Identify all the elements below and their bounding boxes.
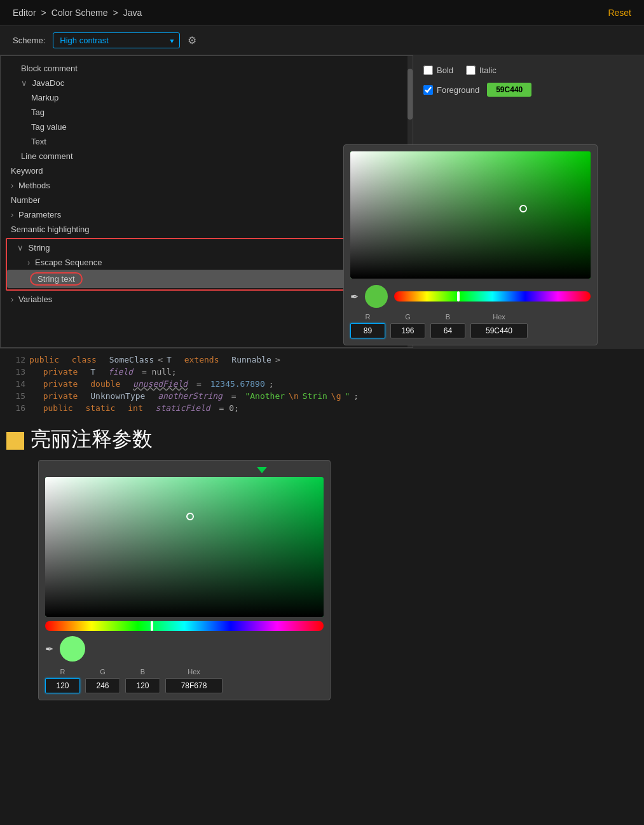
line-num-16: 16 bbox=[10, 403, 25, 413]
tree-item-block-comment[interactable]: Block comment bbox=[1, 61, 413, 76]
hue-bar-bottom[interactable] bbox=[45, 621, 324, 631]
breadcrumb-sep1: > bbox=[41, 8, 46, 18]
hue-thumb-top bbox=[457, 291, 460, 302]
r-col-bottom: R bbox=[45, 668, 80, 693]
color-preview-circle-top bbox=[365, 285, 388, 308]
scheme-select[interactable]: High contrast bbox=[53, 32, 180, 48]
hex-label-top: Hex bbox=[493, 313, 505, 321]
gradient-dark-bottom bbox=[45, 477, 324, 617]
r-label-top: R bbox=[366, 313, 371, 321]
gradient-dark-overlay bbox=[350, 151, 591, 279]
code-line-13: 13 private T field = null; bbox=[10, 366, 634, 378]
color-picker-popup-top: ✒ R G B Hex bbox=[343, 144, 598, 345]
foreground-checkbox[interactable] bbox=[423, 85, 433, 95]
hex-input-bottom[interactable] bbox=[165, 678, 223, 693]
expand-arrow-escape: › bbox=[27, 258, 30, 267]
r-input-top[interactable] bbox=[350, 323, 385, 338]
tree-item-markup[interactable]: Markup bbox=[1, 90, 413, 105]
main-content: Block comment ∨ JavaDoc Markup Tag Tag v… bbox=[0, 55, 644, 348]
hex-col-bottom: Hex bbox=[165, 668, 223, 693]
line-num-12: 12 bbox=[10, 355, 25, 364]
bold-checkbox[interactable] bbox=[423, 66, 433, 75]
breadcrumb-editor: Editor bbox=[13, 8, 36, 18]
breadcrumb: Editor > Color Scheme > Java bbox=[13, 8, 142, 18]
breadcrumb-java: Java bbox=[123, 8, 142, 18]
yellow-block bbox=[6, 432, 24, 450]
foreground-checkbox-label[interactable]: Foreground bbox=[423, 85, 479, 95]
color-picker-circle-bottom[interactable] bbox=[186, 513, 194, 520]
hue-slider-top[interactable] bbox=[394, 291, 591, 302]
line-num-13: 13 bbox=[10, 367, 25, 377]
hue-arrow-container bbox=[45, 467, 324, 476]
scheme-select-wrapper: High contrast bbox=[53, 32, 180, 48]
expand-arrow-parameters: › bbox=[11, 210, 13, 219]
kw-public-12: public bbox=[29, 355, 59, 364]
color-gradient-box-bottom[interactable] bbox=[45, 477, 324, 617]
g-col-top: G bbox=[390, 313, 425, 338]
expand-arrow-string: ∨ bbox=[17, 243, 24, 253]
reset-button[interactable]: Reset bbox=[608, 8, 631, 18]
top-bar: Editor > Color Scheme > Java Reset bbox=[0, 0, 644, 26]
gear-icon-button[interactable]: ⚙ bbox=[188, 34, 196, 46]
bold-italic-row: Bold Italic bbox=[423, 66, 634, 75]
b-input-top[interactable] bbox=[430, 323, 465, 338]
color-picker-circle-top[interactable] bbox=[519, 205, 527, 212]
hue-arrow-top bbox=[257, 467, 267, 473]
eyedropper-button-top[interactable]: ✒ bbox=[350, 291, 359, 303]
hue-slider-wrapper-top[interactable] bbox=[394, 291, 591, 302]
r-label-bottom: R bbox=[60, 668, 65, 676]
hex-label-bottom: Hex bbox=[188, 668, 200, 676]
hue-thumb-bottom bbox=[151, 621, 153, 631]
rgba-row-bottom: R G B Hex bbox=[45, 668, 324, 693]
b-input-bottom[interactable] bbox=[125, 678, 160, 693]
expand-arrow-variables: › bbox=[11, 295, 13, 304]
tree-item-tag[interactable]: Tag bbox=[1, 105, 413, 120]
code-line-14: 14 private double unusedField = 12345.67… bbox=[10, 378, 634, 390]
scheme-row: Scheme: High contrast ⚙ bbox=[0, 26, 644, 55]
hue-slider-bottom[interactable] bbox=[45, 621, 324, 631]
gear-icon: ⚙ bbox=[188, 35, 196, 46]
tree-item-javadoc[interactable]: ∨ JavaDoc bbox=[1, 76, 413, 90]
hex-col-top: Hex bbox=[470, 313, 528, 338]
string-text-oval: String text bbox=[30, 272, 83, 286]
expand-arrow-javadoc: ∨ bbox=[21, 78, 27, 88]
scrollbar-thumb bbox=[408, 69, 413, 120]
line-num-14: 14 bbox=[10, 379, 25, 389]
g-col-bottom: G bbox=[85, 668, 120, 693]
r-input-bottom[interactable] bbox=[45, 678, 80, 693]
g-label-bottom: G bbox=[100, 668, 106, 676]
chinese-title: 亮丽注释参数 bbox=[31, 426, 153, 454]
foreground-color-box[interactable]: 59C440 bbox=[487, 83, 531, 97]
picker-controls-top: ✒ bbox=[350, 285, 591, 308]
rgba-row-top: R G B Hex bbox=[350, 313, 591, 338]
b-col-bottom: B bbox=[125, 668, 160, 693]
italic-checkbox-label[interactable]: Italic bbox=[466, 66, 497, 75]
lower-section: 亮丽注释参数 bbox=[0, 419, 644, 460]
scheme-label: Scheme: bbox=[13, 36, 45, 45]
b-col-top: B bbox=[430, 313, 465, 338]
color-gradient-box-top[interactable] bbox=[350, 151, 591, 279]
tree-item-tag-value[interactable]: Tag value bbox=[1, 120, 413, 134]
b-label-bottom: B bbox=[140, 668, 145, 676]
hex-input-top[interactable] bbox=[470, 323, 528, 338]
breadcrumb-color-scheme: Color Scheme bbox=[51, 8, 108, 18]
expand-arrow-methods: › bbox=[11, 181, 13, 190]
breadcrumb-sep2: > bbox=[113, 8, 118, 18]
bold-label: Bold bbox=[437, 66, 453, 75]
g-input-top[interactable] bbox=[390, 323, 425, 338]
color-preview-circle-bottom bbox=[60, 636, 85, 662]
eyedropper-button-bottom[interactable]: ✒ bbox=[45, 643, 53, 655]
eyedropper-icon-bottom: ✒ bbox=[45, 644, 53, 655]
italic-label: Italic bbox=[479, 66, 497, 75]
lower-picker-section: ✒ R G B Hex bbox=[0, 460, 644, 713]
kw-class-12: class bbox=[72, 355, 97, 364]
bold-checkbox-label[interactable]: Bold bbox=[423, 66, 453, 75]
color-picker-popup-bottom: ✒ R G B Hex bbox=[38, 460, 331, 700]
code-line-16: 16 public static int staticField = 0; bbox=[10, 402, 634, 414]
g-label-top: G bbox=[405, 313, 411, 321]
code-line-12: 12 public class SomeClass < T extends Ru… bbox=[10, 354, 634, 366]
r-col-top: R bbox=[350, 313, 385, 338]
foreground-row: Foreground 59C440 bbox=[423, 83, 634, 97]
italic-checkbox[interactable] bbox=[466, 66, 476, 75]
g-input-bottom[interactable] bbox=[85, 678, 120, 693]
